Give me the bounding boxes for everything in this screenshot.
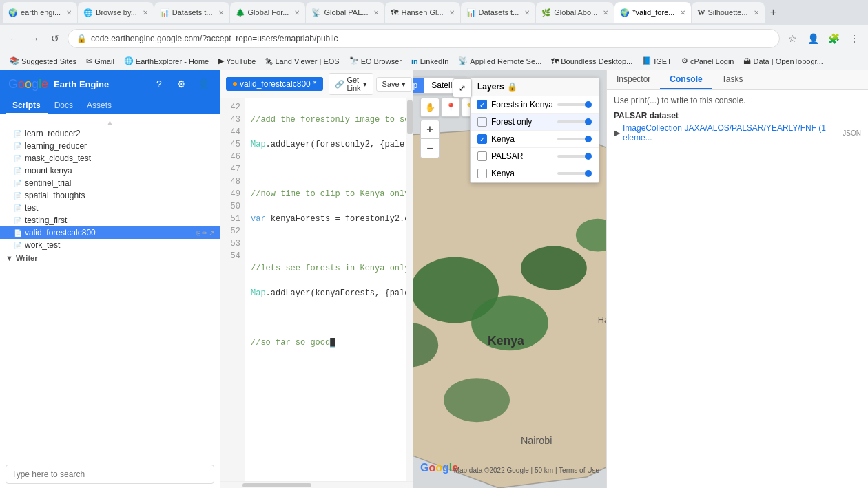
- editor-hscrollbar[interactable]: [220, 481, 413, 488]
- layer-checkbox[interactable]: ✓: [477, 134, 487, 144]
- tab-browse[interactable]: 🌐 Browse by... ✕: [78, 2, 154, 23]
- save-button[interactable]: Save ▾: [376, 77, 412, 92]
- bookmark-button[interactable]: ☆: [784, 30, 800, 47]
- settings-button[interactable]: ⋮: [846, 30, 862, 47]
- expand-map-button[interactable]: ⤢: [453, 78, 472, 98]
- tab-close-btn[interactable]: ✕: [754, 9, 759, 17]
- extensions-button[interactable]: 🧩: [825, 30, 842, 47]
- bookmark-opentopo[interactable]: 🏔Data | OpenTopogr...: [739, 56, 827, 67]
- tab-close-btn[interactable]: ✕: [524, 9, 530, 17]
- tab-hansen[interactable]: 🗺 Hansen Gl... ✕: [385, 2, 459, 23]
- tab-close-btn[interactable]: ✕: [218, 9, 224, 17]
- layer-opacity-slider[interactable]: [557, 103, 592, 106]
- file-icon: 📄: [14, 204, 22, 212]
- layer-opacity-slider[interactable]: [557, 172, 592, 175]
- tab-inspector[interactable]: Inspector: [607, 70, 660, 89]
- bookmark-youtube[interactable]: ▶YouTube: [214, 55, 260, 67]
- bookmark-linkedin[interactable]: inLinkedIn: [407, 56, 453, 67]
- forward-button[interactable]: →: [26, 30, 43, 47]
- tab-close-btn[interactable]: ✕: [143, 9, 148, 17]
- layer-checkbox[interactable]: ✓: [477, 100, 487, 109]
- tab-silhouette[interactable]: W Silhouette... ✕: [692, 2, 764, 23]
- file-icon: 📄: [14, 180, 22, 187]
- bookmark-applied-remote[interactable]: 📡Applied Remote Se...: [454, 55, 546, 67]
- file-icon: 📄: [14, 155, 22, 162]
- gee-help-button[interactable]: ?: [151, 76, 167, 92]
- bookmark-landviewer[interactable]: 🛰Land Viewer | EOS: [261, 56, 343, 67]
- point-tool-button[interactable]: 📍: [441, 98, 460, 117]
- script-item-learn-reducer2[interactable]: 📄 learn_reducer2: [0, 127, 220, 140]
- tab-close-btn[interactable]: ✕: [680, 9, 685, 17]
- tab-scripts[interactable]: Scripts: [6, 98, 48, 114]
- script-item-mount-kenya[interactable]: 📄 mount kenya: [0, 165, 220, 177]
- layer-item-forests-kenya[interactable]: ✓ Forests in Kenya: [471, 96, 599, 114]
- share-icon[interactable]: ↗: [209, 229, 214, 237]
- tab-global-for[interactable]: 🌲 Global For... ✕: [230, 2, 306, 23]
- tab-close-btn[interactable]: ✕: [603, 9, 608, 17]
- script-item-testing-first[interactable]: 📄 testing_first: [0, 214, 220, 226]
- tab-global-abo[interactable]: 🌿 Global Abo... ✕: [536, 2, 614, 23]
- copy-icon[interactable]: ⎘: [196, 229, 200, 237]
- layer-opacity-slider[interactable]: [557, 120, 592, 123]
- gee-settings-button[interactable]: ⚙: [173, 76, 189, 92]
- layer-item-palsar[interactable]: PALSAR: [471, 148, 599, 165]
- gee-profile-button[interactable]: 👤: [195, 76, 211, 92]
- script-item-spatial[interactable]: 📄 spatial_thoughts: [0, 189, 220, 202]
- editor-tab-valid[interactable]: valid_forestcalc800 *: [226, 77, 323, 91]
- bookmark-eobrowser[interactable]: 🔭EO Browser: [345, 55, 406, 67]
- layer-checkbox[interactable]: [477, 169, 487, 178]
- tab-console[interactable]: Console: [660, 70, 712, 89]
- editor-scrollbar[interactable]: [406, 98, 413, 481]
- file-icon: 📄: [14, 167, 22, 175]
- layer-label: Kenya: [491, 169, 553, 178]
- hand-tool-button[interactable]: ✋: [420, 98, 440, 117]
- bookmark-boundless[interactable]: 🗺Boundless Desktop...: [547, 56, 637, 67]
- layer-item-forest-only[interactable]: Forest only: [471, 114, 599, 131]
- search-input[interactable]: [6, 465, 214, 484]
- address-bar[interactable]: 🔒 code.earthengine.google.com/?accept_re…: [68, 29, 780, 48]
- profile-button[interactable]: 👤: [805, 30, 821, 47]
- tab-datasets1[interactable]: 📊 Datasets t... ✕: [154, 2, 229, 23]
- layer-checkbox[interactable]: [477, 151, 487, 161]
- bookmark-suggested[interactable]: 📚Suggested Sites: [6, 55, 81, 67]
- tab-datasets2[interactable]: 📊 Datasets t... ✕: [461, 2, 536, 23]
- json-label[interactable]: JSON: [843, 129, 861, 137]
- tab-label: Datasets t...: [172, 8, 213, 17]
- bookmark-cpanel[interactable]: ⚙cPanel Login: [677, 55, 738, 67]
- tab-assets[interactable]: Assets: [80, 98, 118, 114]
- layer-checkbox[interactable]: [477, 117, 487, 127]
- layer-opacity-slider[interactable]: [557, 155, 592, 158]
- new-tab-button[interactable]: +: [765, 4, 782, 21]
- tab-close-btn[interactable]: ✕: [373, 9, 379, 17]
- get-link-button[interactable]: 🔗 Get Link ▾: [329, 73, 373, 95]
- zoom-in-button[interactable]: +: [420, 120, 440, 139]
- script-item-learning-reducer[interactable]: 📄 learning_reducer: [0, 140, 220, 152]
- map-view-button[interactable]: Map: [413, 78, 424, 93]
- script-item-sentinel[interactable]: 📄 sentinel_trial: [0, 177, 220, 189]
- tab-docs[interactable]: Docs: [48, 98, 80, 114]
- tab-earth-engine[interactable]: 🌍 earth engi... ✕: [3, 2, 77, 23]
- bookmark-earthexplorer[interactable]: 🌐EarthExplorer - Home: [120, 55, 213, 67]
- console-tree-item[interactable]: ▶ ImageCollection JAXA/ALOS/PALSAR/YEARL…: [614, 122, 861, 144]
- back-button[interactable]: ←: [6, 30, 22, 47]
- bookmark-gmail[interactable]: ✉Gmail: [82, 55, 118, 67]
- script-item-test[interactable]: 📄 test: [0, 202, 220, 214]
- bookmark-iget[interactable]: 📘IGET: [638, 55, 676, 67]
- script-item-work-test[interactable]: 📄 work_test: [0, 239, 220, 251]
- tab-close-btn[interactable]: ✕: [449, 9, 455, 17]
- lock-icon[interactable]: 🔒: [507, 82, 517, 92]
- tab-tasks[interactable]: Tasks: [712, 70, 753, 89]
- reload-button[interactable]: ↺: [47, 30, 63, 47]
- script-item-mask-clouds[interactable]: 📄 mask_clouds_test: [0, 152, 220, 165]
- tab-global-pal[interactable]: 📡 Global PAL... ✕: [306, 2, 384, 23]
- tab-close-btn[interactable]: ✕: [294, 9, 300, 17]
- zoom-out-button[interactable]: −: [420, 139, 440, 158]
- layer-opacity-slider[interactable]: [557, 138, 592, 140]
- script-item-valid-forestcalc[interactable]: 📄 valid_forestcalc800 ⎘ ✏ ↗: [0, 226, 220, 239]
- layer-item-kenya[interactable]: ✓ Kenya: [471, 131, 599, 148]
- tab-close-btn[interactable]: ✕: [66, 9, 72, 17]
- code-content[interactable]: //add the forestonly image to see if non…: [245, 98, 406, 481]
- tab-valid-fore[interactable]: 🌍 *valid_fore... ✕: [614, 2, 691, 23]
- layer-item-kenya2[interactable]: Kenya: [471, 165, 599, 182]
- delete-icon[interactable]: ✏: [202, 229, 207, 237]
